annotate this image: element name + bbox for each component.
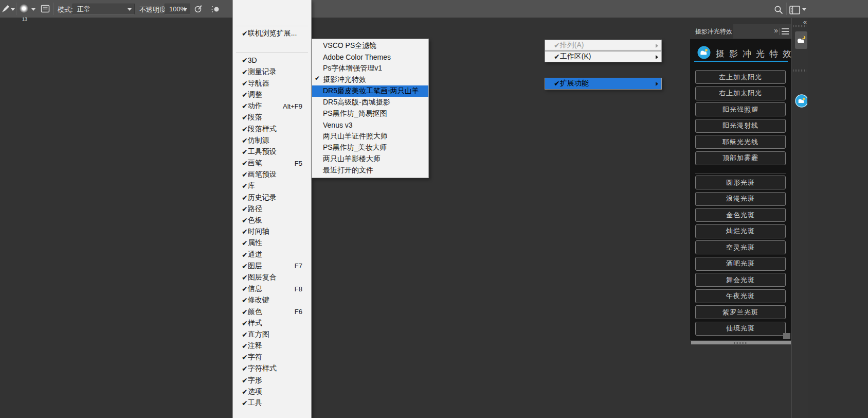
dock-grip[interactable]: [793, 25, 806, 27]
effect-button[interactable]: 灿烂光斑: [695, 224, 786, 238]
menu-item[interactable]: ✔ 扩展功能: [545, 78, 662, 89]
menu-shortcut: F6: [295, 308, 303, 316]
toggle-brush-panel-button[interactable]: [40, 4, 50, 15]
menu-item[interactable]: ✔ 测量记录: [233, 66, 311, 78]
divider: [786, 3, 787, 15]
menu-item[interactable]: ✔ 库: [233, 180, 311, 191]
menu-item[interactable]: ✔ 两只山羊影楼大师: [312, 153, 428, 165]
menu-item[interactable]: ✔ PS黑作坊_简易抠图: [312, 108, 428, 119]
blend-mode-dropdown[interactable]: 正常: [73, 4, 135, 14]
menu-item[interactable]: ✔ Venus v3: [312, 119, 428, 131]
options-bar: 13 模式: 正常 不透明度: 100%: [0, 0, 868, 18]
effect-button[interactable]: 顶部加雾霾: [695, 151, 786, 165]
menu-item[interactable]: ✔ 字符: [233, 352, 311, 363]
chevron-down-icon[interactable]: [31, 8, 35, 11]
dock-grip[interactable]: [793, 69, 806, 72]
menu-item[interactable]: ✔ 导航器: [233, 78, 311, 89]
menu-item[interactable]: ✔ Adobe Color Themes: [312, 51, 428, 63]
effect-button[interactable]: 左上加太阳光: [695, 70, 786, 84]
menu-item[interactable]: ✔ 摄影冲光特效: [312, 74, 428, 85]
panel-title: 摄影冲光特效: [716, 48, 796, 60]
airbrush-button[interactable]: [211, 4, 221, 15]
menu-item[interactable]: ✔ 字形: [233, 375, 311, 386]
menu-item[interactable]: ✔ 历史记录: [233, 192, 311, 203]
workspace-switcher-button[interactable]: [789, 6, 800, 16]
menu-item[interactable]: ✔ 属性: [233, 237, 311, 249]
menu-item[interactable]: ✔ 修改键: [233, 294, 311, 306]
check-icon: ✔: [242, 353, 248, 361]
chevron-down-icon[interactable]: [11, 8, 15, 11]
tool-preset-picker[interactable]: [1, 4, 10, 15]
menu-item[interactable]: ✔ 联机浏览扩展...: [233, 28, 311, 39]
menu-item[interactable]: ✔ 色板: [233, 215, 311, 226]
menu-item[interactable]: ✔ 时间轴: [233, 226, 311, 237]
menu-item[interactable]: ✔ 注释: [233, 340, 311, 352]
divider: [53, 3, 54, 15]
pressure-opacity-button[interactable]: [193, 4, 203, 15]
opacity-dropdown[interactable]: 100%: [165, 4, 190, 14]
effect-button[interactable]: 午夜光斑: [695, 289, 786, 303]
panel-overflow-icon[interactable]: »: [774, 26, 777, 34]
menu-item[interactable]: ✔ 画笔 F5: [233, 158, 311, 169]
effect-button[interactable]: 酒吧光斑: [695, 257, 786, 271]
check-icon: ✔: [554, 53, 560, 61]
menu-item[interactable]: ✔ 直方图: [233, 329, 311, 340]
tab-photo-light-fx[interactable]: 摄影冲光特效: [690, 24, 733, 39]
menu-item[interactable]: ✔ 3D: [233, 55, 311, 66]
menu-item[interactable]: ✔ 图层复合: [233, 272, 311, 283]
effect-button[interactable]: 耶稣光光线: [695, 135, 786, 149]
effect-button[interactable]: 阳光强照耀: [695, 102, 786, 116]
check-icon: ✔: [242, 319, 248, 327]
menu-item[interactable]: ✔ 仿制源: [233, 135, 311, 146]
check-icon: ✔: [242, 182, 248, 190]
menu-item[interactable]: ✔ 动作 Alt+F9: [233, 100, 311, 112]
menu-item[interactable]: ✔ VSCO PS全滤镜: [312, 40, 428, 51]
brush-preset-picker[interactable]: 13: [20, 4, 28, 13]
effect-button[interactable]: 舞会光斑: [695, 273, 786, 287]
menu-item[interactable]: ✔ 最近打开的文件: [312, 165, 428, 176]
menu-item[interactable]: ✔ 排列(A): [545, 40, 662, 51]
effect-button[interactable]: 仙境光斑: [695, 322, 786, 336]
menu-item[interactable]: ✔ 段落: [233, 112, 311, 123]
menu-item[interactable]: ✔ 画笔预设: [233, 169, 311, 180]
effect-button[interactable]: 紫罗兰光斑: [695, 305, 786, 319]
dock-panel-plugin-button[interactable]: [795, 92, 807, 110]
menu-item[interactable]: ✔ PS黑作坊_美妆大师: [312, 142, 428, 153]
menu-item[interactable]: ✔ 段落样式: [233, 123, 311, 134]
menu-item[interactable]: ✔ 信息 F8: [233, 283, 311, 294]
expand-panels-icon[interactable]: «: [803, 18, 806, 26]
menu-item[interactable]: ✔ DR5磨皮美妆工笔画-两只山羊: [312, 85, 428, 97]
menu-item[interactable]: ✔ 图层 F7: [233, 260, 311, 272]
menu-item[interactable]: ✔ 通道: [233, 249, 311, 260]
panel-resize-gutter[interactable]: [691, 341, 791, 344]
check-icon: ✔: [242, 194, 248, 202]
menu-item[interactable]: ✔ DR5高级版-西城摄影: [312, 97, 428, 108]
search-button[interactable]: [774, 5, 784, 16]
effects-group-sunlight: 左上加太阳光 右上加太阳光 阳光强照耀 阳光漫射线 耶稣光光线 顶部加雾霾: [695, 70, 786, 167]
menu-item[interactable]: ✔ 字符样式: [233, 363, 311, 374]
panel-header: 摄影冲光特效: [690, 39, 791, 61]
menu-item[interactable]: ✔ 颜色 F6: [233, 306, 311, 317]
check-icon: ✔: [242, 251, 248, 259]
menu-item[interactable]: ✔ 工具预设: [233, 146, 311, 158]
chevron-down-icon[interactable]: [802, 8, 806, 11]
effect-button[interactable]: 金色光斑: [695, 208, 786, 222]
menu-item[interactable]: ✔ 调整: [233, 89, 311, 100]
effect-button[interactable]: 浪漫光斑: [695, 192, 786, 206]
effect-button[interactable]: 右上加太阳光: [695, 86, 786, 100]
menu-item[interactable]: ✔ 工作区(K): [545, 51, 662, 62]
menu-item[interactable]: ✔ Ps字体增强管理v1: [312, 63, 428, 74]
effect-button[interactable]: 阳光漫射线: [695, 119, 786, 133]
menu-item[interactable]: ✔ 两只山羊证件照大师: [312, 131, 428, 142]
gutter-grip-dots: [734, 342, 748, 344]
panel-menu-icon[interactable]: [782, 28, 789, 34]
menu-item[interactable]: ✔ 样式: [233, 318, 311, 329]
effect-button[interactable]: 圆形光斑: [695, 176, 786, 189]
scrollbar-thumb[interactable]: [783, 333, 790, 339]
dock-panel-cloud-button[interactable]: [795, 31, 807, 49]
menu-item[interactable]: ✔ 路径: [233, 203, 311, 215]
group-divider: [695, 173, 786, 174]
menu-item[interactable]: ✔ 选项: [233, 386, 311, 397]
effect-button[interactable]: 空灵光斑: [695, 240, 786, 254]
menu-item[interactable]: ✔ 工具: [233, 397, 311, 409]
